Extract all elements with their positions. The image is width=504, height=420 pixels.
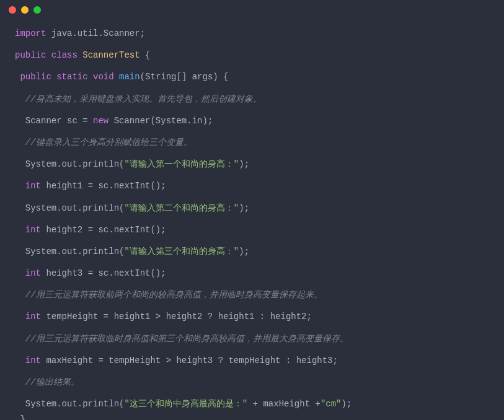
string-literal: "请输入第二个和尚的身高：" [124,203,239,213]
code-line: int height1 = sc.nextInt(); [15,178,489,194]
code-window: import java.util.Scanner; public class S… [0,0,504,420]
comment: //身高未知，采用键盘录入实现。首先导包，然后创建对象。 [15,94,262,104]
keyword-public: public [15,72,51,82]
code-line: //用三元运算符获取前两个和尚的较高身高值，并用临时身高变量保存起来。 [15,287,489,303]
brace: { [140,50,151,60]
comment: //输出结果。 [15,377,79,387]
keyword-class: class [51,50,77,60]
string-literal: "cm" [321,399,342,409]
code-line: //键盘录入三个身高分别赋值给三个变量。 [15,135,489,151]
code-line: int maxHeight = tempHeight > height3 ? t… [15,353,489,369]
string-literal: "请输入第一个和尚的身高：" [124,159,239,169]
code-text: System.out.println( [15,247,124,256]
code-line: int height2 = sc.nextInt(); [15,222,489,238]
code-line: import java.util.Scanner; [15,26,489,42]
code-text: maxHeight = tempHeight > height3 ? tempH… [41,356,338,365]
punct: ); [239,203,249,213]
code-text: Scanner sc = [15,116,93,126]
code-text: height2 = sc.nextInt(); [41,225,166,235]
code-line: public class ScannerTest { [15,48,489,63]
code-text: height1 = sc.nextInt(); [41,181,166,191]
code-text: + maxHeight + [247,399,321,409]
keyword-int: int [15,181,41,191]
code-area: import java.util.Scanner; public class S… [0,20,504,420]
string-literal: "请输入第三个和尚的身高：" [124,247,239,256]
code-line: System.out.println("请输入第二个和尚的身高："); [15,201,489,216]
code-line: System.out.println("请输入第一个和尚的身高："); [15,157,489,172]
titlebar [0,0,504,20]
code-line: public static void main(String[] args) { [15,69,489,85]
code-line: int tempHeight = height1 > height2 ? hei… [15,309,489,325]
string-literal: "这三个和尚中身高最高的是：" [124,399,247,409]
keyword-new: new [93,116,108,126]
comment: //键盘录入三个身高分别赋值给三个变量。 [15,138,192,147]
code-line: //输出结果。 [15,375,489,390]
code-line: int height3 = sc.nextInt(); [15,266,489,281]
package-path: java.util.Scanner; [46,28,145,38]
code-line: //身高未知，采用键盘录入实现。首先导包，然后创建对象。 [15,92,489,107]
keyword-void: void [93,72,114,82]
code-text: System.out.println( [15,159,124,169]
code-line: System.out.println("请输入第三个和尚的身高："); [15,244,489,260]
code-text: Scanner(System.in); [108,116,213,126]
keyword-static: static [56,72,87,82]
keyword-int: int [15,268,41,278]
method-name: main [119,72,140,82]
close-icon[interactable] [9,6,16,14]
comment: //用三元运算符获取临时身高值和第三个和尚身高较高值，并用最大身高变量保存。 [15,334,348,344]
keyword-int: int [15,225,41,235]
keyword-int: int [15,312,41,322]
code-text: System.out.println( [15,399,124,409]
code-line: Scanner sc = new Scanner(System.in); [15,113,489,129]
code-text: height3 = sc.nextInt(); [41,268,166,278]
class-name: ScannerTest [82,50,139,60]
code-line: System.out.println("这三个和尚中身高最高的是：" + max… [15,396,489,412]
punct: ); [341,399,351,409]
minimize-icon[interactable] [21,6,29,14]
punct: ); [239,159,249,169]
keyword-int: int [15,356,41,365]
comment: //用三元运算符获取前两个和尚的较高身高值，并用临时身高变量保存起来。 [15,290,322,300]
code-text: tempHeight = height1 > height2 ? height1… [41,312,312,322]
keyword-public: public [15,50,46,60]
brace: } [15,414,25,420]
punct: ); [239,247,249,256]
keyword-import: import [15,28,46,38]
maximize-icon[interactable] [33,6,41,14]
code-text: System.out.println( [15,203,124,213]
code-line: } [15,412,489,420]
code-line: //用三元运算符获取临时身高值和第三个和尚身高较高值，并用最大身高变量保存。 [15,331,489,347]
params: (String[] args) { [140,72,229,82]
